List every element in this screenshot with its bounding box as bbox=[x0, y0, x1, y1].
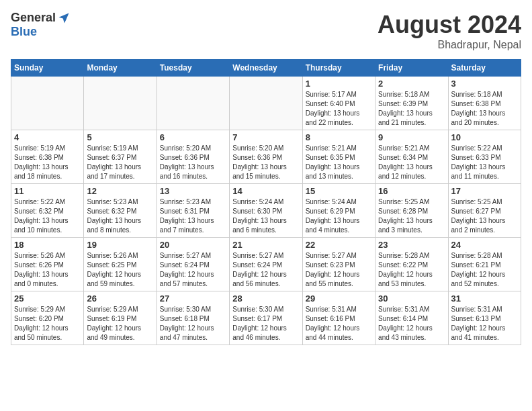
day-number: 24 bbox=[451, 240, 518, 250]
location-subtitle: Bhadrapur, Nepal bbox=[378, 39, 521, 51]
day-info: Sunrise: 5:20 AM Sunset: 6:36 PM Dayligh… bbox=[160, 144, 226, 181]
weekday-header-sunday: Sunday bbox=[11, 60, 84, 77]
calendar-cell: 7Sunrise: 5:20 AM Sunset: 6:36 PM Daylig… bbox=[230, 130, 302, 184]
day-number: 21 bbox=[232, 240, 299, 250]
day-info: Sunrise: 5:21 AM Sunset: 6:34 PM Dayligh… bbox=[378, 144, 445, 181]
calendar-cell: 29Sunrise: 5:31 AM Sunset: 6:16 PM Dayli… bbox=[302, 291, 375, 345]
week-row-5: 25Sunrise: 5:29 AM Sunset: 6:20 PM Dayli… bbox=[11, 291, 521, 345]
day-info: Sunrise: 5:18 AM Sunset: 6:39 PM Dayligh… bbox=[378, 90, 445, 128]
day-number: 30 bbox=[378, 293, 445, 304]
day-info: Sunrise: 5:24 AM Sunset: 6:30 PM Dayligh… bbox=[232, 197, 299, 235]
calendar-cell: 16Sunrise: 5:25 AM Sunset: 6:28 PM Dayli… bbox=[375, 184, 448, 238]
day-number: 26 bbox=[87, 293, 153, 304]
day-number: 8 bbox=[306, 132, 372, 142]
day-info: Sunrise: 5:22 AM Sunset: 6:33 PM Dayligh… bbox=[451, 144, 518, 181]
day-info: Sunrise: 5:25 AM Sunset: 6:27 PM Dayligh… bbox=[451, 197, 518, 235]
calendar-cell: 13Sunrise: 5:23 AM Sunset: 6:31 PM Dayli… bbox=[157, 184, 229, 238]
calendar-cell: 21Sunrise: 5:27 AM Sunset: 6:24 PM Dayli… bbox=[230, 238, 302, 291]
calendar-cell: 23Sunrise: 5:28 AM Sunset: 6:22 PM Dayli… bbox=[375, 238, 448, 291]
day-info: Sunrise: 5:28 AM Sunset: 6:22 PM Dayligh… bbox=[378, 251, 445, 289]
day-info: Sunrise: 5:23 AM Sunset: 6:31 PM Dayligh… bbox=[160, 197, 226, 235]
day-info: Sunrise: 5:23 AM Sunset: 6:32 PM Dayligh… bbox=[87, 197, 153, 235]
day-number: 3 bbox=[451, 79, 518, 89]
logo-bird-icon bbox=[57, 11, 71, 25]
title-block: August 2024 Bhadrapur, Nepal bbox=[378, 11, 521, 51]
weekday-header-tuesday: Tuesday bbox=[157, 60, 229, 77]
day-info: Sunrise: 5:20 AM Sunset: 6:36 PM Dayligh… bbox=[232, 144, 299, 181]
calendar-cell bbox=[157, 77, 229, 130]
weekday-header-friday: Friday bbox=[375, 60, 448, 77]
day-number: 9 bbox=[378, 132, 445, 142]
day-info: Sunrise: 5:22 AM Sunset: 6:32 PM Dayligh… bbox=[14, 197, 81, 235]
calendar-cell: 20Sunrise: 5:27 AM Sunset: 6:24 PM Dayli… bbox=[157, 238, 229, 291]
logo: General Blue bbox=[11, 11, 71, 39]
calendar-cell: 22Sunrise: 5:27 AM Sunset: 6:23 PM Dayli… bbox=[302, 238, 375, 291]
calendar-cell: 4Sunrise: 5:19 AM Sunset: 6:38 PM Daylig… bbox=[11, 130, 84, 184]
calendar-cell: 3Sunrise: 5:18 AM Sunset: 6:38 PM Daylig… bbox=[448, 77, 521, 130]
week-row-4: 18Sunrise: 5:26 AM Sunset: 6:26 PM Dayli… bbox=[11, 238, 521, 291]
calendar-cell bbox=[11, 77, 84, 130]
day-number: 25 bbox=[14, 293, 81, 304]
calendar-cell: 8Sunrise: 5:21 AM Sunset: 6:35 PM Daylig… bbox=[302, 130, 375, 184]
logo-general-text: General bbox=[11, 11, 56, 25]
day-number: 4 bbox=[14, 132, 81, 142]
day-number: 16 bbox=[378, 186, 445, 196]
day-info: Sunrise: 5:29 AM Sunset: 6:20 PM Dayligh… bbox=[14, 305, 81, 342]
weekday-header-row: SundayMondayTuesdayWednesdayThursdayFrid… bbox=[11, 60, 521, 77]
calendar-cell: 19Sunrise: 5:26 AM Sunset: 6:25 PM Dayli… bbox=[84, 238, 157, 291]
day-number: 29 bbox=[306, 293, 372, 304]
week-row-3: 11Sunrise: 5:22 AM Sunset: 6:32 PM Dayli… bbox=[11, 184, 521, 238]
weekday-header-wednesday: Wednesday bbox=[230, 60, 302, 77]
calendar-cell: 27Sunrise: 5:30 AM Sunset: 6:18 PM Dayli… bbox=[157, 291, 229, 345]
day-number: 13 bbox=[160, 186, 226, 196]
calendar-cell bbox=[84, 77, 157, 130]
day-info: Sunrise: 5:30 AM Sunset: 6:17 PM Dayligh… bbox=[232, 305, 299, 342]
calendar-cell: 15Sunrise: 5:24 AM Sunset: 6:29 PM Dayli… bbox=[302, 184, 375, 238]
day-info: Sunrise: 5:27 AM Sunset: 6:24 PM Dayligh… bbox=[160, 251, 226, 289]
day-info: Sunrise: 5:19 AM Sunset: 6:38 PM Dayligh… bbox=[14, 144, 81, 181]
day-number: 23 bbox=[378, 240, 445, 250]
day-number: 6 bbox=[160, 132, 226, 142]
day-number: 5 bbox=[87, 132, 153, 142]
calendar-cell: 14Sunrise: 5:24 AM Sunset: 6:30 PM Dayli… bbox=[230, 184, 302, 238]
weekday-header-thursday: Thursday bbox=[302, 60, 375, 77]
page-header: General Blue August 2024 Bhadrapur, Nepa… bbox=[11, 11, 521, 51]
day-number: 19 bbox=[87, 240, 153, 250]
day-number: 18 bbox=[14, 240, 81, 250]
month-year-title: August 2024 bbox=[378, 11, 521, 39]
day-number: 11 bbox=[14, 186, 81, 196]
day-info: Sunrise: 5:28 AM Sunset: 6:21 PM Dayligh… bbox=[451, 251, 518, 289]
day-number: 20 bbox=[160, 240, 226, 250]
calendar-cell: 11Sunrise: 5:22 AM Sunset: 6:32 PM Dayli… bbox=[11, 184, 84, 238]
day-number: 2 bbox=[378, 79, 445, 89]
calendar-cell: 28Sunrise: 5:30 AM Sunset: 6:17 PM Dayli… bbox=[230, 291, 302, 345]
calendar-cell: 12Sunrise: 5:23 AM Sunset: 6:32 PM Dayli… bbox=[84, 184, 157, 238]
calendar-cell: 18Sunrise: 5:26 AM Sunset: 6:26 PM Dayli… bbox=[11, 238, 84, 291]
day-number: 31 bbox=[451, 293, 518, 304]
weekday-header-monday: Monday bbox=[84, 60, 157, 77]
calendar-cell: 24Sunrise: 5:28 AM Sunset: 6:21 PM Dayli… bbox=[448, 238, 521, 291]
day-info: Sunrise: 5:25 AM Sunset: 6:28 PM Dayligh… bbox=[378, 197, 445, 235]
week-row-1: 1Sunrise: 5:17 AM Sunset: 6:40 PM Daylig… bbox=[11, 77, 521, 130]
day-info: Sunrise: 5:21 AM Sunset: 6:35 PM Dayligh… bbox=[306, 144, 372, 181]
calendar-cell: 31Sunrise: 5:31 AM Sunset: 6:13 PM Dayli… bbox=[448, 291, 521, 345]
weekday-header-saturday: Saturday bbox=[448, 60, 521, 77]
day-info: Sunrise: 5:24 AM Sunset: 6:29 PM Dayligh… bbox=[306, 197, 372, 235]
day-info: Sunrise: 5:26 AM Sunset: 6:25 PM Dayligh… bbox=[87, 251, 153, 289]
day-info: Sunrise: 5:17 AM Sunset: 6:40 PM Dayligh… bbox=[306, 90, 372, 128]
day-info: Sunrise: 5:26 AM Sunset: 6:26 PM Dayligh… bbox=[14, 251, 81, 289]
calendar-cell: 26Sunrise: 5:29 AM Sunset: 6:19 PM Dayli… bbox=[84, 291, 157, 345]
logo-blue-text: Blue bbox=[11, 25, 37, 38]
day-info: Sunrise: 5:18 AM Sunset: 6:38 PM Dayligh… bbox=[451, 90, 518, 128]
calendar-table: SundayMondayTuesdayWednesdayThursdayFrid… bbox=[11, 59, 521, 345]
day-number: 28 bbox=[232, 293, 299, 304]
day-info: Sunrise: 5:31 AM Sunset: 6:14 PM Dayligh… bbox=[378, 305, 445, 342]
day-number: 14 bbox=[232, 186, 299, 196]
day-number: 7 bbox=[232, 132, 299, 142]
day-info: Sunrise: 5:19 AM Sunset: 6:37 PM Dayligh… bbox=[87, 144, 153, 181]
calendar-cell: 9Sunrise: 5:21 AM Sunset: 6:34 PM Daylig… bbox=[375, 130, 448, 184]
day-number: 1 bbox=[306, 79, 372, 89]
calendar-cell: 17Sunrise: 5:25 AM Sunset: 6:27 PM Dayli… bbox=[448, 184, 521, 238]
day-info: Sunrise: 5:31 AM Sunset: 6:16 PM Dayligh… bbox=[306, 305, 372, 342]
week-row-2: 4Sunrise: 5:19 AM Sunset: 6:38 PM Daylig… bbox=[11, 130, 521, 184]
